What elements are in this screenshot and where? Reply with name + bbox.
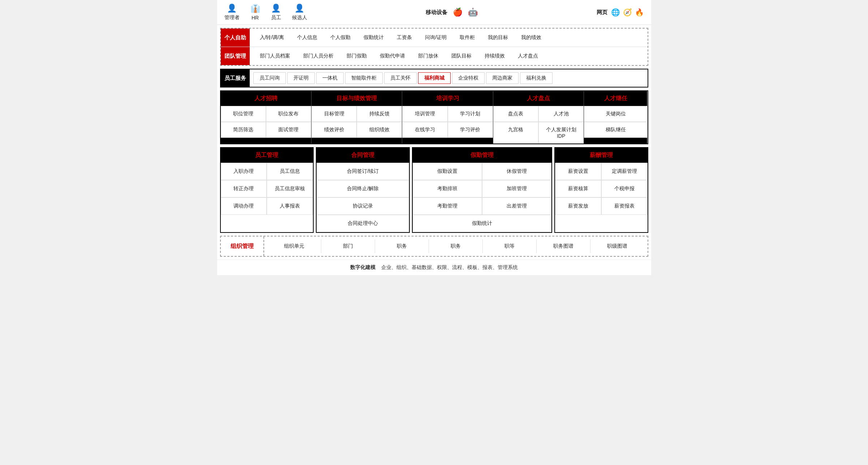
org-items: 组织单元 部门 职务 职务 职等 职务图谱 职级图谱 bbox=[264, 236, 648, 256]
recruitment-item-3[interactable]: 面试管理 bbox=[266, 122, 311, 138]
salary-item-0[interactable]: 薪资设置 bbox=[555, 163, 601, 180]
personal-item-1[interactable]: 个人信息 bbox=[291, 31, 324, 44]
org-label: 组织管理 bbox=[221, 236, 264, 256]
salary-item-4[interactable]: 薪资发放 bbox=[555, 197, 601, 215]
team-item-1[interactable]: 部门人员分析 bbox=[297, 50, 340, 62]
recruitment-item-1[interactable]: 职位发布 bbox=[266, 106, 311, 122]
talent-inventory-item-3[interactable]: 个人发展计划IDP bbox=[538, 122, 584, 144]
nav-item-hr[interactable]: 👔 HR bbox=[250, 4, 260, 21]
salary-item-2[interactable]: 薪资核算 bbox=[555, 180, 601, 197]
employee-mgmt-items: 入职办理 员工信息 转正办理 员工信息审核 调动办理 人事报表 bbox=[221, 163, 313, 215]
training-title: 培训学习 bbox=[402, 91, 493, 106]
attendance-item-0[interactable]: 假勤设置 bbox=[413, 163, 482, 180]
personal-item-6[interactable]: 取件柜 bbox=[453, 31, 481, 44]
emp-item-0[interactable]: 员工问询 bbox=[253, 72, 286, 84]
training-item-0[interactable]: 培训管理 bbox=[402, 106, 447, 122]
nav-item-employee[interactable]: 👤 员工 bbox=[271, 4, 281, 21]
salary-item-5[interactable]: 薪资报表 bbox=[601, 197, 648, 215]
org-item-3[interactable]: 职务 bbox=[429, 239, 483, 253]
personal-item-2[interactable]: 个人假勤 bbox=[324, 31, 357, 44]
emp-item-1[interactable]: 开证明 bbox=[287, 72, 315, 84]
emp-mgmt-item-3[interactable]: 员工信息审核 bbox=[267, 180, 313, 197]
android-icon: 🤖 bbox=[468, 8, 478, 17]
training-item-3[interactable]: 学习评价 bbox=[448, 122, 493, 138]
team-item-7[interactable]: 人才盘点 bbox=[511, 50, 545, 62]
attendance-item-5[interactable]: 出差管理 bbox=[482, 197, 551, 215]
emp-item-4[interactable]: 员工关怀 bbox=[384, 72, 417, 84]
talent-inventory-item-2[interactable]: 九宫格 bbox=[493, 122, 538, 144]
personal-item-5[interactable]: 问询/证明 bbox=[418, 31, 453, 44]
training-item-2[interactable]: 在线学习 bbox=[402, 122, 447, 138]
module-employee-mgmt: 员工管理 入职办理 员工信息 转正办理 员工信息审核 调动办理 人事报表 bbox=[220, 147, 314, 233]
team-item-4[interactable]: 部门放休 bbox=[412, 50, 445, 62]
attendance-title: 假勤管理 bbox=[413, 148, 551, 163]
succession-item-1[interactable]: 梯队继任 bbox=[584, 122, 647, 138]
salary-item-3[interactable]: 个税申报 bbox=[601, 180, 648, 197]
performance-item-3[interactable]: 组织绩效 bbox=[357, 122, 402, 138]
performance-item-2[interactable]: 绩效评价 bbox=[311, 122, 357, 138]
org-item-1[interactable]: 部门 bbox=[321, 239, 375, 253]
emp-item-2[interactable]: 一体机 bbox=[316, 72, 344, 84]
emp-mgmt-item-4[interactable]: 调动办理 bbox=[221, 197, 267, 215]
personal-item-3[interactable]: 假勤统计 bbox=[357, 31, 390, 44]
team-item-0[interactable]: 部门人员档案 bbox=[253, 50, 297, 62]
emp-item-8[interactable]: 福利兑换 bbox=[520, 72, 553, 84]
nav-item-manager[interactable]: 👤 管理者 bbox=[224, 4, 240, 21]
team-item-2[interactable]: 部门假勤 bbox=[340, 50, 373, 62]
talent-inventory-item-1[interactable]: 人才池 bbox=[538, 106, 584, 122]
contract-item-0[interactable]: 合同签订/续订 bbox=[317, 163, 409, 180]
recruitment-title: 人才招聘 bbox=[221, 91, 311, 106]
performance-item-0[interactable]: 目标管理 bbox=[311, 106, 357, 122]
contract-item-3[interactable]: 合同处理中心 bbox=[317, 215, 409, 232]
org-item-6[interactable]: 职级图谱 bbox=[590, 239, 644, 253]
training-items: 培训管理 学习计划 在线学习 学习评价 bbox=[402, 106, 493, 138]
firefox-icon: 🔥 bbox=[635, 8, 644, 17]
attendance-item-2[interactable]: 考勤排班 bbox=[413, 180, 482, 197]
attendance-items: 假勤设置 休假管理 考勤排班 加班管理 考勤管理 出差管理 假勤统计 bbox=[413, 163, 551, 232]
emp-item-7[interactable]: 周边商家 bbox=[486, 72, 519, 84]
team-item-5[interactable]: 团队目标 bbox=[445, 50, 478, 62]
manager-icon: 👤 bbox=[227, 4, 237, 13]
recruitment-item-2[interactable]: 简历筛选 bbox=[221, 122, 266, 138]
emp-mgmt-item-0[interactable]: 入职办理 bbox=[221, 163, 267, 180]
attendance-item-3[interactable]: 加班管理 bbox=[482, 180, 551, 197]
org-item-0[interactable]: 组织单元 bbox=[268, 239, 322, 253]
nav-item-candidate[interactable]: 👤 候选人 bbox=[292, 4, 307, 21]
emp-mgmt-item-5[interactable]: 人事报表 bbox=[267, 197, 313, 215]
org-item-5[interactable]: 职务图谱 bbox=[537, 239, 590, 253]
org-item-4[interactable]: 职等 bbox=[483, 239, 537, 253]
contract-item-1[interactable]: 合同终止/解除 bbox=[317, 180, 409, 197]
emp-item-6[interactable]: 企业特权 bbox=[452, 72, 485, 84]
personal-item-0[interactable]: 入/转/调/离 bbox=[253, 31, 291, 44]
emp-mgmt-item-1[interactable]: 员工信息 bbox=[267, 163, 313, 180]
salary-items: 薪资设置 定调薪管理 薪资核算 个税申报 薪资发放 薪资报表 bbox=[555, 163, 648, 215]
team-item-6[interactable]: 持续绩效 bbox=[478, 50, 511, 62]
nav-employee-label: 员工 bbox=[271, 14, 281, 21]
personal-item-8[interactable]: 我的绩效 bbox=[515, 31, 548, 44]
succession-item-0[interactable]: 关键岗位 bbox=[584, 106, 647, 122]
team-item-3[interactable]: 假勤代申请 bbox=[373, 50, 412, 62]
module-salary: 薪酬管理 薪资设置 定调薪管理 薪资核算 个税申报 薪资发放 薪资报表 bbox=[554, 147, 648, 233]
employee-service-items: 员工问询 开证明 一体机 智能取件柜 员工关怀 福利商城 企业特权 周边商家 福… bbox=[250, 69, 648, 87]
contract-item-2[interactable]: 协议记录 bbox=[317, 197, 409, 215]
top-nav-right: 网页 🌐 🧭 🔥 bbox=[597, 8, 644, 17]
attendance-item-4[interactable]: 考勤管理 bbox=[413, 197, 482, 215]
talent-inventory-item-0[interactable]: 盘点表 bbox=[493, 106, 538, 122]
personal-item-7[interactable]: 我的目标 bbox=[481, 31, 515, 44]
org-item-2[interactable]: 职务 bbox=[375, 239, 429, 253]
recruitment-item-0[interactable]: 职位管理 bbox=[221, 106, 266, 122]
performance-title: 目标与绩效管理 bbox=[311, 91, 402, 106]
emp-item-5[interactable]: 福利商城 bbox=[418, 72, 451, 84]
personal-item-4[interactable]: 工资条 bbox=[390, 31, 418, 44]
training-item-1[interactable]: 学习计划 bbox=[448, 106, 493, 122]
emp-item-3[interactable]: 智能取件柜 bbox=[345, 72, 383, 84]
nav-hr-label: HR bbox=[252, 15, 259, 21]
attendance-item-6[interactable]: 假勤统计 bbox=[413, 215, 551, 232]
section-org: 组织管理 组织单元 部门 职务 职务 职等 职务图谱 职级图谱 bbox=[220, 236, 648, 257]
performance-item-1[interactable]: 持续反馈 bbox=[357, 106, 402, 122]
succession-items: 关键岗位 梯队继任 bbox=[584, 106, 647, 138]
emp-mgmt-item-2[interactable]: 转正办理 bbox=[221, 180, 267, 197]
performance-items: 目标管理 持续反馈 绩效评价 组织绩效 bbox=[311, 106, 402, 138]
attendance-item-1[interactable]: 休假管理 bbox=[482, 163, 551, 180]
salary-item-1[interactable]: 定调薪管理 bbox=[601, 163, 648, 180]
